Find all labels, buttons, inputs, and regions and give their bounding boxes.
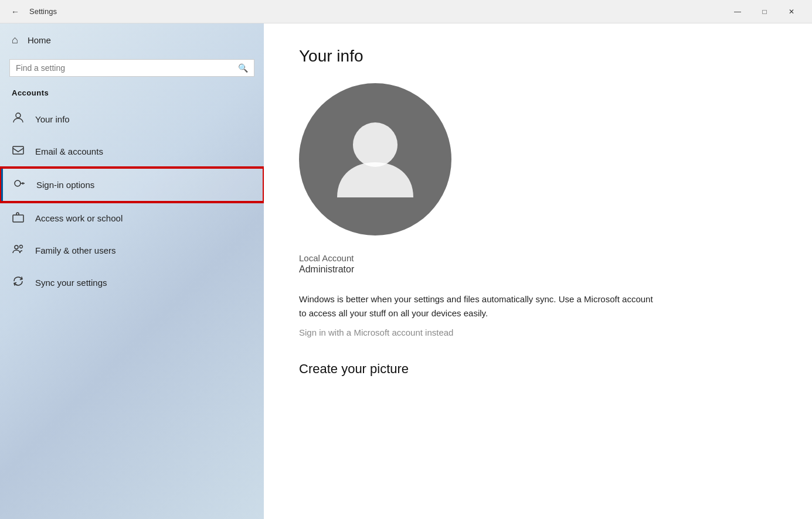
sidebar-item-sign-in-options-label: Sign-in options [36, 180, 94, 190]
sidebar-item-access-work-school-label: Access work or school [35, 213, 123, 223]
svg-point-6 [353, 122, 397, 167]
sync-icon [12, 275, 25, 291]
close-button[interactable]: ✕ [778, 0, 805, 23]
sidebar-home-label: Home [28, 35, 51, 45]
account-role: Administrator [299, 264, 777, 275]
person-icon [12, 111, 25, 127]
search-box[interactable]: 🔍 [9, 59, 254, 77]
sidebar-item-access-work-school[interactable]: Access work or school [0, 202, 264, 234]
page-title: Your info [299, 47, 777, 66]
briefcase-icon [12, 210, 25, 226]
create-picture-title: Create your picture [299, 361, 777, 377]
search-input[interactable] [16, 63, 233, 73]
sidebar-item-sign-in-options[interactable]: Sign-in options [0, 168, 264, 202]
people-icon [12, 243, 25, 258]
account-name: Local Account [299, 253, 777, 263]
info-paragraph: Windows is better when your settings and… [299, 292, 662, 320]
key-icon [13, 177, 26, 193]
avatar [299, 83, 451, 235]
sidebar-item-your-info-label: Your info [35, 114, 70, 124]
svg-point-4 [15, 245, 18, 249]
avatar-container [299, 83, 777, 235]
email-icon [12, 144, 25, 159]
minimize-button[interactable]: — [724, 0, 751, 23]
title-bar: ← Settings — □ ✕ [0, 0, 812, 23]
search-icon: 🔍 [238, 63, 248, 73]
svg-rect-3 [13, 215, 23, 222]
sidebar-item-email-accounts-label: Email & accounts [35, 146, 103, 156]
home-icon: ⌂ [12, 34, 18, 46]
ms-account-link[interactable]: Sign in with a Microsoft account instead [299, 327, 453, 337]
svg-point-2 [15, 180, 21, 186]
sidebar: ⌂ Home 🔍 Accounts Your info [0, 23, 264, 519]
main-layout: ⌂ Home 🔍 Accounts Your info [0, 23, 812, 519]
sidebar-item-sync-settings-label: Sync your settings [35, 278, 107, 288]
sidebar-item-home[interactable]: ⌂ Home [0, 23, 264, 57]
window-title: Settings [29, 7, 57, 16]
back-icon: ← [11, 7, 19, 16]
svg-point-5 [20, 245, 23, 248]
window-controls: — □ ✕ [724, 0, 805, 23]
accounts-section-label: Accounts [0, 86, 264, 103]
sidebar-item-your-info[interactable]: Your info [0, 103, 264, 135]
sidebar-item-family-other-users-label: Family & other users [35, 245, 116, 255]
maximize-button[interactable]: □ [751, 0, 778, 23]
svg-point-0 [16, 113, 21, 118]
content-area: Your info Local Account Administrator Wi… [264, 23, 812, 519]
sidebar-item-sync-settings[interactable]: Sync your settings [0, 267, 264, 299]
sidebar-item-family-other-users[interactable]: Family & other users [0, 234, 264, 267]
back-button[interactable]: ← [7, 4, 23, 20]
sidebar-item-email-accounts[interactable]: Email & accounts [0, 135, 264, 168]
svg-rect-1 [13, 146, 23, 154]
account-info: Local Account Administrator [299, 253, 777, 275]
info-text-block: Windows is better when your settings and… [299, 292, 662, 338]
